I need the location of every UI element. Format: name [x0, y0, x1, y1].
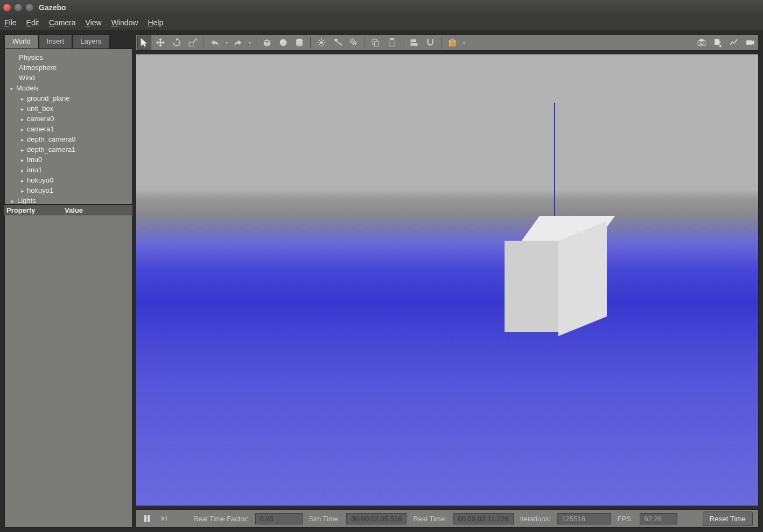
svg-point-1 — [280, 39, 286, 46]
scene-cube — [505, 227, 601, 324]
svg-rect-29 — [700, 39, 703, 40]
tool-rotate[interactable] — [170, 36, 184, 50]
tool-sphere[interactable] — [276, 36, 290, 50]
tree-model-unit_box[interactable]: unit_box — [7, 103, 130, 114]
plot-icon — [729, 38, 739, 47]
svg-point-6 — [320, 41, 323, 44]
tree-model-hokuyo1[interactable]: hokuyo1 — [7, 185, 130, 195]
3d-viewport[interactable] — [136, 54, 759, 506]
point-light-icon — [317, 38, 326, 47]
svg-line-14 — [323, 40, 324, 41]
building-dropdown[interactable]: ▾ — [461, 40, 466, 45]
undo-dropdown[interactable]: ▾ — [224, 40, 229, 45]
property-panel — [4, 215, 132, 528]
tool-undo[interactable] — [208, 36, 222, 50]
tree-model-camera1[interactable]: camera1 — [7, 124, 130, 134]
tool-scale[interactable] — [186, 36, 200, 50]
window-maximize-button[interactable] — [26, 4, 33, 11]
sim-time-label: Sim Time: — [309, 515, 340, 523]
tool-screenshot[interactable] — [695, 36, 709, 50]
svg-text:LOG: LOG — [716, 41, 721, 44]
menu-edit[interactable]: Edit — [26, 18, 39, 27]
menu-window[interactable]: Window — [111, 18, 138, 27]
tree-model-imu1[interactable]: imu1 — [7, 165, 130, 175]
svg-line-11 — [319, 40, 320, 41]
tree-wind[interactable]: Wind — [7, 73, 130, 83]
tool-paste[interactable] — [385, 36, 399, 50]
log-icon: LOG — [713, 38, 723, 47]
menu-view[interactable]: View — [86, 18, 102, 27]
sim-time-value: 00 00:02:05.516 — [346, 513, 407, 524]
align-icon — [409, 38, 419, 47]
svg-rect-32 — [746, 40, 752, 45]
cylinder-icon — [295, 38, 304, 47]
tool-record[interactable] — [743, 36, 757, 50]
tree-model-ground_plane[interactable]: ground_plane — [7, 93, 130, 103]
redo-dropdown[interactable]: ▾ — [247, 40, 252, 45]
tool-align[interactable] — [407, 36, 421, 50]
tree-model-camera0[interactable]: camera0 — [7, 114, 130, 124]
tool-translate[interactable] — [153, 36, 167, 50]
tool-directional-light[interactable] — [347, 36, 361, 50]
reset-time-button[interactable]: Reset Time — [703, 512, 753, 526]
tab-insert[interactable]: Insert — [39, 34, 73, 48]
real-time-label: Real Time: — [413, 515, 446, 523]
svg-rect-26 — [450, 41, 456, 46]
menu-help[interactable]: Help — [148, 18, 163, 27]
menu-file[interactable]: File — [4, 18, 17, 27]
tool-plot[interactable] — [727, 36, 741, 50]
svg-rect-21 — [389, 39, 395, 46]
tool-select[interactable] — [137, 36, 151, 50]
property-header: Property Value — [4, 205, 132, 215]
record-icon — [745, 38, 755, 47]
rtf-label: Real Time Factor: — [193, 515, 249, 523]
z-axis-line — [554, 103, 555, 232]
tree-model-hokuyo0[interactable]: hokuyo0 — [7, 175, 130, 185]
tool-box[interactable] — [260, 36, 274, 50]
tree-lights[interactable]: Lights — [7, 195, 130, 205]
step-button[interactable] — [159, 513, 170, 524]
building-icon — [447, 38, 457, 47]
tab-layers[interactable]: Layers — [72, 34, 109, 48]
window-close-button[interactable] — [3, 4, 11, 11]
tool-spot-light[interactable] — [331, 36, 345, 50]
sphere-icon — [278, 38, 288, 47]
undo-icon — [210, 38, 220, 47]
tool-redo[interactable] — [231, 36, 245, 50]
pause-button[interactable] — [142, 513, 152, 524]
paste-icon — [387, 38, 397, 47]
tool-point-light[interactable] — [314, 36, 328, 50]
scale-icon — [188, 38, 198, 47]
tree-model-depth_camera0[interactable]: depth_camera0 — [7, 134, 130, 144]
tree-model-depth_camera1[interactable]: depth_camera1 — [7, 144, 130, 155]
camera-icon — [697, 38, 706, 47]
toolbar: ▾ ▾ — [136, 34, 759, 51]
step-icon — [160, 515, 168, 522]
real-time-value: 00 00:02:11.226 — [453, 513, 514, 524]
tool-cylinder[interactable] — [292, 36, 306, 50]
rtf-value: 0.95 — [255, 513, 303, 524]
tree-atmosphere[interactable]: Atmosphere — [7, 62, 130, 73]
tool-copy[interactable] — [369, 36, 383, 50]
tab-world[interactable]: World — [4, 34, 39, 48]
tree-physics[interactable]: Physics — [7, 52, 130, 62]
status-bar: Real Time Factor: 0.95 Sim Time: 00 00:0… — [136, 509, 759, 528]
tool-snap[interactable] — [423, 36, 437, 50]
iterations-label: Iterations: — [520, 515, 551, 523]
move-icon — [156, 38, 165, 47]
tool-log[interactable]: LOG — [711, 36, 725, 50]
tree-model-imu0[interactable]: imu0 — [7, 155, 130, 165]
snap-icon — [425, 38, 435, 47]
svg-rect-0 — [189, 42, 193, 46]
svg-rect-35 — [166, 516, 167, 521]
tree-models[interactable]: Models — [7, 83, 130, 93]
svg-line-12 — [323, 44, 324, 45]
tool-building-editor[interactable] — [445, 36, 459, 50]
world-tree[interactable]: Physics Atmosphere Wind Models ground_pl… — [4, 48, 132, 205]
svg-rect-33 — [144, 515, 146, 522]
window-minimize-button[interactable] — [15, 4, 22, 11]
rotate-icon — [172, 38, 181, 47]
pause-icon — [143, 515, 151, 522]
menu-camera[interactable]: Camera — [49, 18, 76, 27]
cursor-icon — [139, 38, 149, 47]
